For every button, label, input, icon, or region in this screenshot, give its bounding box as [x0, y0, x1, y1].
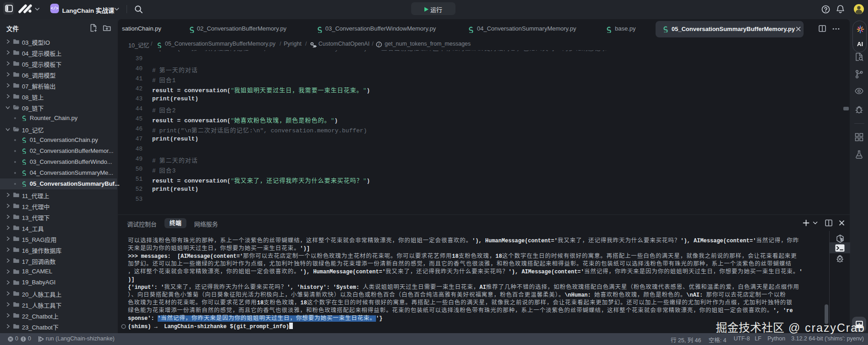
svg-text:f: f [378, 42, 380, 47]
